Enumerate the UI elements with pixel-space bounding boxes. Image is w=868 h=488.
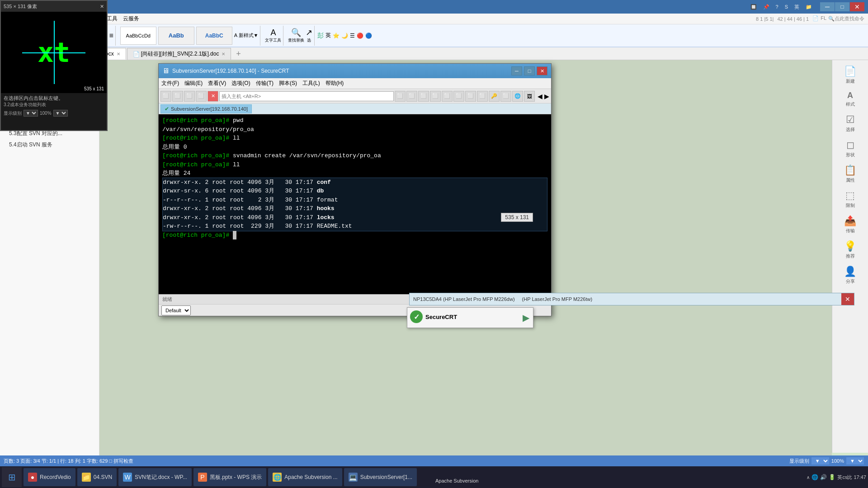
securecrt-maximize[interactable]: □ (524, 66, 535, 75)
display-level-dropdown[interactable]: ▼ (811, 457, 830, 465)
toolbar-btn-3[interactable]: ⬜ (184, 91, 195, 102)
menu-script[interactable]: 脚本(S) (279, 80, 297, 87)
start-button[interactable]: ⊞ (2, 467, 22, 487)
taskbar-pptx[interactable]: P 黑板.pptx - WPS 演示 (193, 468, 266, 486)
image-display-level: 显示级别 ▼ 100% ▼ (4, 110, 104, 117)
taskbar-svnfolder[interactable]: 📁 04.SVN (77, 468, 117, 486)
right-tool-recommend[interactable]: 💡 推荐 (835, 239, 866, 261)
tray-chevron[interactable]: ∧ (807, 475, 810, 480)
ribbon-find[interactable]: 🔍 查找替换 (288, 28, 304, 43)
right-tool-props[interactable]: 📋 属性 (835, 163, 866, 185)
toolbar-btn-11[interactable]: ⬜ (453, 91, 464, 102)
toolbar-btn-1[interactable]: ⬜ (160, 91, 171, 102)
terminal-area[interactable]: [root@rich pro_oa]# pwd /var/svn/reposit… (159, 114, 551, 294)
term-line-9: drwxr-sr-x. 6 root root 4096 3月 30 17:17… (163, 187, 547, 196)
toolbar-btn-7[interactable]: ⬜ (406, 91, 417, 102)
menu-cloud[interactable]: 云服务 (123, 15, 139, 23)
toolbar-btn-8[interactable]: ⬜ (418, 91, 429, 102)
securecrt-close[interactable]: ✕ (537, 66, 547, 75)
display-level-label: 显示级别 (789, 458, 809, 465)
recommend-icon: 💡 (844, 240, 856, 252)
style-icon: A (847, 91, 853, 100)
right-tool-shape[interactable]: ◻ 形状 (835, 137, 866, 160)
toolbar-btn-12[interactable]: ⬜ (465, 91, 476, 102)
right-tool-share[interactable]: 👤 分享 (835, 264, 866, 286)
wps-maximize[interactable]: □ (835, 2, 849, 11)
toolbar-btn-16[interactable]: 🌐 (512, 91, 523, 102)
toolbar-btn-6[interactable]: ⬜ (395, 91, 406, 102)
term-line-7: 总用量 24 (162, 169, 547, 178)
ribbon-more-align[interactable]: ≡ (109, 32, 113, 40)
toolbar-btn-14[interactable]: 🔑 (489, 91, 500, 102)
image-preview-titlebar: 535 × 131 像素 ✕ (1, 1, 107, 12)
host-input[interactable] (219, 91, 394, 101)
wps-close[interactable]: ✕ (850, 2, 864, 11)
right-tool-style[interactable]: A 样式 (835, 89, 866, 109)
tray-battery[interactable]: 🔋 (829, 474, 835, 480)
securecrt-title-left: 🖥 SubversionServer[192.168.70.140] - Sec… (162, 67, 289, 75)
securecrt-info-name: SecureCRT (425, 314, 457, 320)
right-tool-recommend-label: 推荐 (846, 253, 855, 259)
add-tab-btn[interactable]: + (232, 48, 245, 60)
ruler-coords: 8 1 |5 1| (756, 16, 774, 22)
right-tool-select[interactable]: ☑ 选择 (835, 112, 866, 135)
ribbon-style-group: AaBbCcDd AaBb AaBbC A 新样式▼ (118, 26, 261, 46)
menu-view[interactable]: 查看(V) (208, 80, 226, 87)
image-preview-close[interactable]: ✕ (100, 4, 104, 9)
ribbon-extra: 彭 英 ⭐ 🌙 ☰ 🔴 🔵 (317, 32, 372, 40)
session-tab-main[interactable]: ✔ SubversionServer[192.168.70.140] (160, 104, 252, 113)
menu-options[interactable]: 选项(O) (231, 80, 250, 87)
printer-popup-close[interactable]: ✕ (841, 293, 854, 305)
tab-close-2[interactable]: ✕ (222, 52, 225, 56)
zoom-dropdown[interactable]: ▼ (846, 457, 864, 465)
nav-back[interactable]: ◀ (538, 93, 542, 100)
session-tab-label: SubversionServer[192.168.70.140] (171, 106, 248, 112)
display-level-select[interactable]: ▼ (24, 110, 38, 117)
menu-transfer[interactable]: 传输(T) (256, 80, 274, 87)
sidebar-item-54[interactable]: 5.4启动 SVN 服务 (0, 139, 99, 150)
menu-help[interactable]: 帮助(H) (326, 80, 344, 87)
zoom-level-select[interactable]: ▼ (53, 110, 68, 117)
right-tool-new[interactable]: 📄 新建 (835, 64, 866, 86)
tray-network[interactable]: 🌐 (811, 474, 818, 480)
toolbar-btn-9[interactable]: ⬜ (430, 91, 441, 102)
menu-file[interactable]: 文件(F) (161, 80, 179, 87)
taskbar-apache[interactable]: 🌐 Apache Subversion ... (268, 468, 342, 486)
right-tool-transfer[interactable]: 📤 传输 (835, 213, 866, 236)
taskbar-svnnotes[interactable]: W SVN笔记.docx - WP... (118, 468, 192, 486)
securecrt-minimize[interactable]: ─ (511, 66, 522, 75)
ribbon-select[interactable]: ↗ 选 (306, 28, 312, 43)
tab-svndoc[interactable]: 📄 [尚硅谷][封推]_SVN[2.2.1版].doc ✕ (127, 48, 231, 60)
toolbar-btn-2[interactable]: ⬜ (172, 91, 183, 102)
menu-edit[interactable]: 编辑(E) (184, 80, 203, 87)
tab-close-1[interactable]: ✕ (117, 52, 120, 56)
taskbar-subversionserver[interactable]: 💻 SubversionServer[1... (344, 468, 417, 486)
style-normal[interactable]: AaBbCcDd (120, 27, 156, 45)
tray-volume[interactable]: 🔊 (820, 474, 827, 480)
nav-forward[interactable]: ▶ (544, 93, 549, 100)
menu-tools[interactable]: 工具(L) (302, 80, 320, 87)
toolbar-btn-15[interactable]: ⬜ (500, 91, 511, 102)
toolbar-btn-13[interactable]: ⬜ (477, 91, 488, 102)
ribbon-text-tool[interactable]: A 文字工具 (265, 28, 281, 43)
toolbar-btn-10[interactable]: ⬜ (442, 91, 453, 102)
right-tool-restrict[interactable]: ⬚ 限制 (835, 188, 866, 211)
toolbar-btn-5[interactable]: ✕ (208, 91, 218, 102)
restrict-icon: ⬚ (845, 190, 855, 202)
toolbar-btn-4[interactable]: ⬜ (196, 91, 207, 102)
wps-minimize[interactable]: ─ (820, 2, 835, 11)
style-heading1[interactable]: AaBb (158, 27, 194, 45)
session-select[interactable]: Default (161, 305, 191, 315)
terminal-icon: 💻 (349, 473, 358, 482)
toolbar-btn-17[interactable]: 🖼 (524, 91, 535, 102)
style-heading2[interactable]: AaBbC (196, 27, 232, 45)
taskbar-recordvedio[interactable]: ● RecordVedio (24, 468, 75, 486)
wps-doc-icon: W (123, 473, 132, 482)
ribbon-style-name[interactable]: A 新样式▼ (234, 32, 259, 39)
taskbar-recordvedio-label: RecordVedio (40, 474, 71, 480)
term-line-1: [root@rich pro_oa]# pwd (162, 116, 547, 125)
image-preview-title: 535 × 131 像素 (4, 3, 37, 10)
taskbar-subversionserver-label: SubversionServer[1... (360, 474, 412, 480)
popup-nav-btn[interactable]: ▶ (523, 313, 529, 323)
taskbar: ⊞ ● RecordVedio 📁 04.SVN W SVN笔记.docx - … (0, 466, 868, 488)
